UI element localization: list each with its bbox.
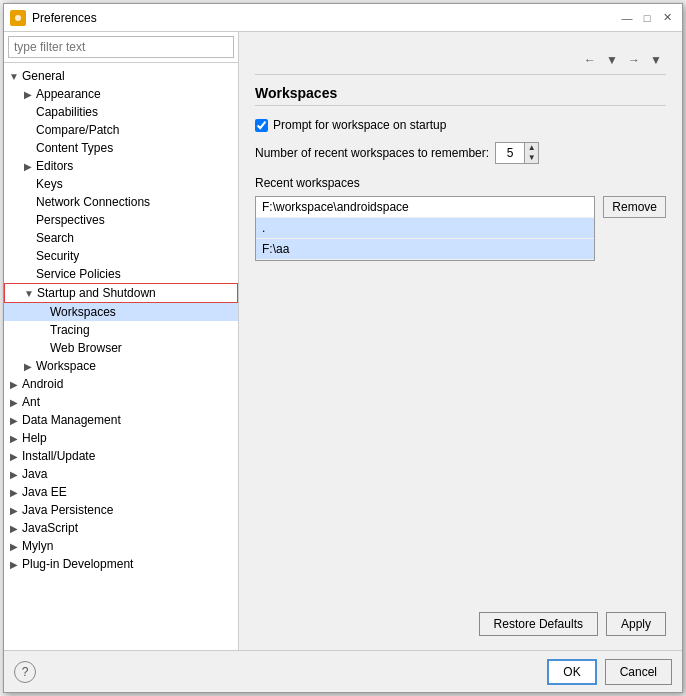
panel-title: Workspaces — [255, 85, 666, 106]
close-button[interactable]: ✕ — [658, 9, 676, 27]
content-area: ▼General▶AppearanceCapabilitiesCompare/P… — [4, 32, 682, 650]
tree-item-plugin-development[interactable]: ▶Plug-in Development — [4, 555, 238, 573]
expand-icon: ▶ — [22, 160, 34, 172]
help-button[interactable]: ? — [14, 661, 36, 683]
recent-count-input[interactable] — [496, 145, 524, 161]
maximize-button[interactable]: □ — [638, 9, 656, 27]
tree-item-label: Editors — [36, 159, 73, 173]
title-bar-controls: — □ ✕ — [618, 9, 676, 27]
remove-area: Remove — [603, 196, 666, 218]
tree-item-label: Capabilities — [36, 105, 98, 119]
expand-icon: ▶ — [8, 486, 20, 498]
tree-item-data-management[interactable]: ▶Data Management — [4, 411, 238, 429]
workspace-item-2[interactable]: F:\aa — [256, 239, 594, 260]
tree-item-security[interactable]: Security — [4, 247, 238, 265]
workspace-item-1[interactable]: . — [256, 218, 594, 239]
spin-up-button[interactable]: ▲ — [524, 143, 538, 153]
tree-item-editors[interactable]: ▶Editors — [4, 157, 238, 175]
tree-item-label: Network Connections — [36, 195, 150, 209]
tree-item-label: Search — [36, 231, 74, 245]
bottom-left: ? — [14, 661, 36, 683]
tree-item-label: Workspace — [36, 359, 96, 373]
cancel-button[interactable]: Cancel — [605, 659, 672, 685]
tree-item-javascript[interactable]: ▶JavaScript — [4, 519, 238, 537]
tree-item-search[interactable]: Search — [4, 229, 238, 247]
restore-apply-row: Restore Defaults Apply — [255, 612, 666, 636]
workspaces-list-wrap: F:\workspace\androidspace.F:\aa — [255, 196, 595, 271]
tree-item-label: Data Management — [22, 413, 121, 427]
app-icon — [10, 10, 26, 26]
expand-icon: ▶ — [8, 432, 20, 444]
workspace-item-0[interactable]: F:\workspace\androidspace — [256, 197, 594, 218]
tree-item-label: Security — [36, 249, 79, 263]
expand-icon: ▶ — [8, 396, 20, 408]
expand-icon: ▶ — [22, 88, 34, 100]
tree-item-mylyn[interactable]: ▶Mylyn — [4, 537, 238, 555]
right-panel-inner: Workspaces Prompt for workspace on start… — [255, 85, 666, 636]
collapse-icon: ▼ — [8, 70, 20, 82]
tree-item-label: Android — [22, 377, 63, 391]
forward-dropdown-button[interactable]: ▼ — [646, 50, 666, 70]
expand-icon: ▶ — [8, 468, 20, 480]
apply-button[interactable]: Apply — [606, 612, 666, 636]
tree-item-ant[interactable]: ▶Ant — [4, 393, 238, 411]
remove-button[interactable]: Remove — [603, 196, 666, 218]
tree-item-install-update[interactable]: ▶Install/Update — [4, 447, 238, 465]
tree-item-network-connections[interactable]: Network Connections — [4, 193, 238, 211]
recent-count-label: Number of recent workspaces to remember: — [255, 146, 489, 160]
tree-item-label: Java Persistence — [22, 503, 113, 517]
tree-item-label: Plug-in Development — [22, 557, 133, 571]
tree-item-label: JavaScript — [22, 521, 78, 535]
tree-item-label: Ant — [22, 395, 40, 409]
bottom-right: OK Cancel — [547, 659, 672, 685]
tree-item-appearance[interactable]: ▶Appearance — [4, 85, 238, 103]
dialog-title: Preferences — [32, 11, 97, 25]
tree-item-label: Service Policies — [36, 267, 121, 281]
tree-item-content-types[interactable]: Content Types — [4, 139, 238, 157]
restore-defaults-button[interactable]: Restore Defaults — [479, 612, 598, 636]
tree-item-workspace-sub[interactable]: ▶Workspace — [4, 357, 238, 375]
tree-item-help[interactable]: ▶Help — [4, 429, 238, 447]
tree-item-java-persistence[interactable]: ▶Java Persistence — [4, 501, 238, 519]
expand-icon: ▶ — [8, 414, 20, 426]
tree-item-label: Install/Update — [22, 449, 95, 463]
tree-item-android[interactable]: ▶Android — [4, 375, 238, 393]
title-bar-left: Preferences — [10, 10, 97, 26]
back-dropdown-button[interactable]: ▼ — [602, 50, 622, 70]
expand-icon: ▶ — [8, 504, 20, 516]
svg-point-1 — [15, 15, 21, 21]
bottom-bar: ? OK Cancel — [4, 650, 682, 692]
tree-item-perspectives[interactable]: Perspectives — [4, 211, 238, 229]
prompt-checkbox[interactable] — [255, 119, 268, 132]
back-button[interactable]: ← — [580, 50, 600, 70]
tree-item-compare-patch[interactable]: Compare/Patch — [4, 121, 238, 139]
expand-icon: ▶ — [8, 378, 20, 390]
left-panel: ▼General▶AppearanceCapabilitiesCompare/P… — [4, 32, 239, 650]
right-toolbar: ← ▼ → ▼ — [255, 46, 666, 75]
workspaces-list: F:\workspace\androidspace.F:\aa — [255, 196, 595, 261]
tree-item-keys[interactable]: Keys — [4, 175, 238, 193]
expand-icon: ▶ — [8, 540, 20, 552]
ok-button[interactable]: OK — [547, 659, 596, 685]
tree-item-java[interactable]: ▶Java — [4, 465, 238, 483]
tree-item-label: Content Types — [36, 141, 113, 155]
filter-box — [4, 32, 238, 63]
expand-icon: ▶ — [8, 522, 20, 534]
tree-item-startup-shutdown[interactable]: ▼Startup and Shutdown — [4, 283, 238, 303]
tree-item-label: Perspectives — [36, 213, 105, 227]
spin-down-button[interactable]: ▼ — [524, 153, 538, 163]
tree-item-label: Mylyn — [22, 539, 53, 553]
tree-item-tracing[interactable]: Tracing — [4, 321, 238, 339]
tree-item-java-ee[interactable]: ▶Java EE — [4, 483, 238, 501]
tree-item-label: Web Browser — [50, 341, 122, 355]
recent-workspaces-label: Recent workspaces — [255, 176, 666, 190]
tree-item-capabilities[interactable]: Capabilities — [4, 103, 238, 121]
forward-button[interactable]: → — [624, 50, 644, 70]
tree-item-service-policies[interactable]: Service Policies — [4, 265, 238, 283]
filter-input[interactable] — [8, 36, 234, 58]
tree-item-general[interactable]: ▼General — [4, 67, 238, 85]
tree-item-label: Help — [22, 431, 47, 445]
tree-item-web-browser[interactable]: Web Browser — [4, 339, 238, 357]
minimize-button[interactable]: — — [618, 9, 636, 27]
tree-item-workspaces[interactable]: Workspaces — [4, 303, 238, 321]
